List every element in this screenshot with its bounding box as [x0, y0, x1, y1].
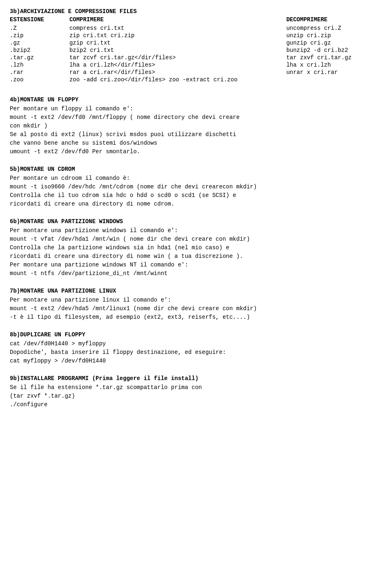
- table-cell: compress cri.txt: [69, 25, 286, 32]
- table-cell: zip cri.txt cri.zip: [69, 32, 286, 39]
- table-cell: .tar.gz: [10, 54, 69, 61]
- section-6b: 6b)MONTARE UNA PARTIZIONE WINDOWS Per mo…: [10, 218, 382, 278]
- table-row: .zipzip cri.txt cri.zipunzip cri.zip: [10, 32, 382, 39]
- table-cell: unrar x cri.rar: [286, 69, 382, 76]
- section-9b: 9b)INSTALLARE PROGRAMMI (Prima leggere i…: [10, 375, 382, 409]
- section-9b-body: Se il file ha estensione *.tar.gz scompa…: [10, 383, 382, 409]
- section-3b-title: 3b)ARCHIVIAZIONE E COMPRESSIONE FILES: [10, 8, 382, 15]
- section-5b-title: 5b)MONTARE UN CDROM: [10, 166, 382, 172]
- table-row: .zoozoo -add cri.zoo</dir/files> zoo -ex…: [10, 76, 382, 83]
- table-cell: [286, 76, 382, 83]
- table-cell: tar zcvf cri.tar.gz</dir/files>: [69, 54, 286, 61]
- col-header-extension: ESTENSIONE: [10, 16, 69, 25]
- section-8b: 8b)DUPLICARE UN FLOPPY cat /dev/fd0H1440…: [10, 331, 382, 365]
- section-5b-body: Per montare un cdroom il comando è: moun…: [10, 174, 382, 208]
- table-cell: tar zxvf cri.tar.gz: [286, 54, 382, 61]
- section-8b-title: 8b)DUPLICARE UN FLOPPY: [10, 331, 382, 338]
- section-8b-body: cat /dev/fd0H1440 > myfloppy Dopodiche',…: [10, 340, 382, 365]
- section-6b-title: 6b)MONTARE UNA PARTIZIONE WINDOWS: [10, 218, 382, 225]
- table-cell: .zip: [10, 32, 69, 39]
- table-cell: uncompress cri.Z: [286, 25, 382, 32]
- section-9b-title: 9b)INSTALLARE PROGRAMMI (Prima leggere i…: [10, 375, 382, 382]
- section-4b-title: 4b)MONTARE UN FLOPPY: [10, 96, 382, 103]
- table-row: .rarrar a cri.rar</dir/files>unrar x cri…: [10, 69, 382, 76]
- table-row: .Zcompress cri.txtuncompress cri.Z: [10, 25, 382, 32]
- table-row: .bzip2bzip2 cri.txtbunzip2 -d cri.bz2: [10, 47, 382, 54]
- table-row: .lzhlha a cri.lzh</dir/files>lha x cri.l…: [10, 61, 382, 69]
- table-cell: gzip cri.txt: [69, 39, 286, 47]
- section-7b: 7b)MONTARE UNA PARTIZIONE LINUX Per mont…: [10, 288, 382, 322]
- col-header-decompress: DECOMPRIMERE: [286, 16, 382, 25]
- section-4b: 4b)MONTARE UN FLOPPY Per montare un flop…: [10, 96, 382, 156]
- table-cell: zoo -add cri.zoo</dir/files> zoo -extrac…: [69, 76, 286, 83]
- section-3b: 3b)ARCHIVIAZIONE E COMPRESSIONE FILES ES…: [10, 8, 382, 83]
- table-row: .gzgzip cri.txtgunzip cri.gz: [10, 39, 382, 47]
- table-cell: unzip cri.zip: [286, 32, 382, 39]
- table-cell: .bzip2: [10, 47, 69, 54]
- table-cell: bunzip2 -d cri.bz2: [286, 47, 382, 54]
- compression-table: ESTENSIONE COMPRIMERE DECOMPRIMERE .Zcom…: [10, 16, 382, 83]
- col-header-compress: COMPRIMERE: [69, 16, 286, 25]
- table-row: .tar.gztar zcvf cri.tar.gz</dir/files>ta…: [10, 54, 382, 61]
- section-7b-body: Per montare una partizione linux il coma…: [10, 296, 382, 322]
- table-cell: .zoo: [10, 76, 69, 83]
- table-cell: lha a cri.lzh</dir/files>: [69, 61, 286, 69]
- page-content: 3b)ARCHIVIAZIONE E COMPRESSIONE FILES ES…: [10, 8, 382, 409]
- section-4b-body: Per montare un floppy il comando e': mou…: [10, 105, 382, 156]
- table-cell: lha x cri.lzh: [286, 61, 382, 69]
- table-cell: bzip2 cri.txt: [69, 47, 286, 54]
- section-7b-title: 7b)MONTARE UNA PARTIZIONE LINUX: [10, 288, 382, 294]
- section-5b: 5b)MONTARE UN CDROM Per montare un cdroo…: [10, 166, 382, 208]
- table-cell: .rar: [10, 69, 69, 76]
- table-cell: .Z: [10, 25, 69, 32]
- table-cell: rar a cri.rar</dir/files>: [69, 69, 286, 76]
- table-cell: .lzh: [10, 61, 69, 69]
- table-cell: .gz: [10, 39, 69, 47]
- table-cell: gunzip cri.gz: [286, 39, 382, 47]
- section-6b-body: Per montare una partizione windows il co…: [10, 226, 382, 278]
